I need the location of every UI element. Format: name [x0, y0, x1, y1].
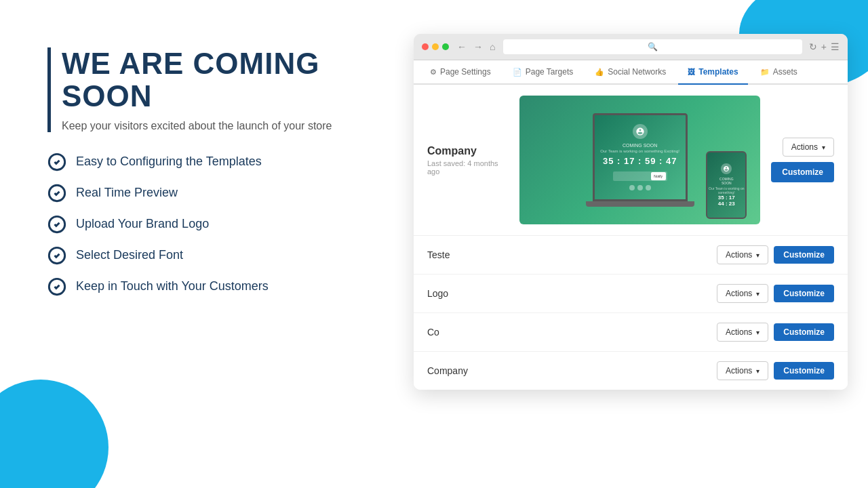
main-content: WE ARE COMING SOON Keep your visitors ex… — [0, 0, 868, 488]
subtitle: Keep your visitors excited about the lau… — [62, 120, 373, 132]
actions-label: Actions — [726, 250, 752, 260]
actions-button-featured[interactable]: Actions ▾ — [783, 138, 834, 157]
customize-label: Customize — [783, 327, 825, 337]
mobile-screen: COMINGSOON Our Team is working on someth… — [706, 151, 747, 219]
home-button[interactable]: ⌂ — [488, 41, 496, 52]
browser-tabs: ⚙ Page Settings 📄 Page Targets 👍 Social … — [414, 60, 848, 85]
assets-icon: 📁 — [760, 68, 770, 77]
tab-templates[interactable]: 🖼 Templates — [678, 60, 747, 85]
mobile-logo-icon — [721, 163, 732, 174]
countdown-time: 35 : 17 : 59 : 47 — [603, 156, 677, 166]
row-actions: Actions ▾ Customize — [717, 323, 834, 342]
actions-button-row-2[interactable]: Actions ▾ — [717, 323, 768, 342]
forward-button[interactable]: → — [472, 41, 484, 52]
tab-label: Page Targets — [526, 67, 574, 77]
check-icon — [47, 215, 66, 234]
minimize-window-button[interactable] — [432, 43, 439, 50]
browser-mockup: ← → ⌂ 🔍 ↻ + ☰ ⚙ Page Settings — [414, 34, 848, 390]
back-button[interactable]: ← — [456, 41, 468, 52]
browser-window-controls — [422, 43, 449, 50]
template-row: Co Actions ▾ Customize — [414, 313, 848, 352]
customize-button-featured[interactable]: Customize — [771, 162, 834, 182]
address-bar[interactable]: 🔍 — [503, 39, 802, 54]
template-meta: Last saved: 4 months ago — [427, 159, 509, 176]
template-row-name: Company — [427, 365, 717, 376]
mobile-coming-soon: COMINGSOON — [719, 177, 734, 185]
customize-button-row-1[interactable]: Customize — [774, 285, 834, 302]
maximize-window-button[interactable] — [442, 43, 449, 50]
chevron-down-icon: ▾ — [756, 329, 760, 336]
main-title: WE ARE COMING SOON — [62, 47, 373, 113]
actions-label: Actions — [726, 289, 752, 298]
feature-text: Keep in Touch with Your Customers — [76, 279, 269, 293]
browser-content: Company Last saved: 4 months ago — [414, 85, 848, 390]
list-item: Upload Your Brand Logo — [47, 215, 373, 234]
template-row-name: Logo — [427, 288, 717, 299]
row-actions: Actions ▾ Customize — [717, 361, 834, 380]
title-block: WE ARE COMING SOON Keep your visitors ex… — [47, 47, 373, 132]
template-name: Company — [427, 145, 509, 157]
chevron-down-icon: ▾ — [756, 290, 760, 298]
feature-text: Upload Your Brand Logo — [76, 217, 209, 231]
customize-button-row-0[interactable]: Customize — [774, 246, 834, 264]
tab-label: Templates — [698, 67, 738, 77]
template-row: Company Actions ▾ Customize — [414, 352, 848, 390]
template-icon: 🖼 — [688, 68, 695, 76]
tab-page-settings[interactable]: ⚙ Page Settings — [420, 60, 500, 85]
tab-assets[interactable]: 📁 Assets — [751, 60, 807, 85]
close-window-button[interactable] — [422, 43, 429, 50]
customize-label: Customize — [783, 289, 825, 298]
right-column: ← → ⌂ 🔍 ↻ + ☰ ⚙ Page Settings — [414, 34, 848, 390]
chevron-down-icon: ▾ — [756, 367, 760, 375]
search-icon: 🔍 — [648, 42, 658, 52]
list-item: Keep in Touch with Your Customers — [47, 277, 373, 296]
coming-soon-label: COMING SOON — [623, 143, 657, 148]
laptop-screen: COMING SOON Our Team is working on somet… — [593, 113, 688, 201]
check-icon — [47, 277, 66, 296]
mobile-tagline: Our Team is working on something! — [707, 186, 745, 195]
features-list: Easy to Configuring the Templates Real T… — [47, 152, 373, 296]
feature-text: Select Desired Font — [76, 248, 183, 262]
template-preview: COMING SOON Our Team is working on somet… — [519, 96, 760, 224]
add-tab-button[interactable]: + — [821, 41, 827, 52]
chevron-down-icon: ▾ — [822, 144, 825, 151]
customize-label: Customize — [783, 366, 825, 375]
actions-button-row-1[interactable]: Actions ▾ — [717, 284, 768, 303]
customize-button-row-3[interactable]: Customize — [774, 362, 834, 380]
menu-button[interactable]: ☰ — [831, 41, 840, 52]
refresh-button[interactable]: ↻ — [809, 41, 817, 52]
laptop-base — [586, 201, 694, 207]
left-column: WE ARE COMING SOON Keep your visitors ex… — [47, 34, 373, 296]
mobile-countdown: 35 : 1744 : 23 — [718, 195, 735, 207]
tab-page-targets[interactable]: 📄 Page Targets — [503, 60, 583, 85]
check-icon — [47, 246, 66, 265]
chevron-down-icon: ▾ — [756, 251, 760, 259]
list-item: Easy to Configuring the Templates — [47, 152, 373, 171]
browser-top-bar: ← → ⌂ 🔍 ↻ + ☰ — [414, 34, 848, 60]
coming-soon-tagline: Our Team is working on something Excitin… — [600, 149, 679, 153]
actions-label: Actions — [791, 142, 818, 152]
notify-button[interactable]: Notify — [651, 172, 666, 180]
actions-button-row-0[interactable]: Actions ▾ — [717, 245, 768, 264]
template-row: Teste Actions ▾ Customize — [414, 236, 848, 274]
brand-logo-icon — [635, 127, 645, 136]
check-icon — [47, 152, 66, 171]
customize-button-row-2[interactable]: Customize — [774, 323, 834, 341]
tab-social-networks[interactable]: 👍 Social Networks — [585, 60, 675, 85]
feature-text: Real Time Preview — [76, 186, 178, 200]
social-icons-area — [629, 185, 651, 190]
featured-template-actions: Actions ▾ Customize — [771, 138, 834, 182]
template-info: Company Last saved: 4 months ago — [427, 145, 509, 176]
feature-text: Easy to Configuring the Templates — [76, 155, 262, 169]
tab-label: Page Settings — [440, 67, 491, 77]
customize-label: Customize — [783, 250, 825, 260]
tab-label: Assets — [773, 67, 797, 77]
actions-label: Actions — [726, 366, 752, 375]
row-actions: Actions ▾ Customize — [717, 245, 834, 264]
template-row: Logo Actions ▾ Customize — [414, 274, 848, 313]
list-item: Real Time Preview — [47, 184, 373, 203]
browser-navigation: ← → ⌂ — [456, 41, 496, 52]
tab-label: Social Networks — [608, 67, 666, 77]
actions-label: Actions — [726, 327, 752, 337]
actions-button-row-3[interactable]: Actions ▾ — [717, 361, 768, 380]
